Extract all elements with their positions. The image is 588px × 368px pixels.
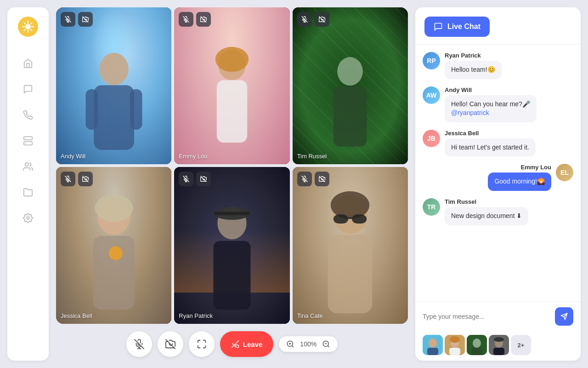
svg-rect-16 [94,85,134,150]
camera-btn-andy[interactable] [78,12,93,27]
people-icon [23,161,33,172]
svg-rect-81 [449,348,460,355]
svg-rect-18 [130,89,142,130]
send-button[interactable] [555,307,573,326]
svg-point-83 [473,339,481,348]
svg-rect-84 [471,348,482,355]
message-bubble-andy: Hello! Can you hear me?🎤 @ryanpatrick [445,95,537,122]
video-controls-jessica [61,172,93,186]
participant-thumb-4[interactable] [489,335,509,355]
phone-icon [23,110,33,120]
camera-btn-tina[interactable] [315,172,329,186]
svg-point-13 [25,163,28,166]
camera-off-icon-4 [82,176,89,182]
svg-point-0 [25,24,31,29]
mic-off-icon-3 [301,16,308,23]
mute-btn-emmy[interactable] [179,12,193,27]
chat-input-area [415,301,581,331]
participant-thumb-3[interactable] [467,335,487,355]
camera-off-icon-2 [200,16,207,23]
video-cell-tina: Tina Cate [293,167,408,324]
mute-btn-jessica[interactable] [61,172,75,186]
participant-avatar-3 [467,335,487,355]
more-participants-badge[interactable]: 2+ [511,335,531,355]
camera-off-main-icon [165,339,175,349]
message-row-ryan: RP Ryan Patrick Helloo team!😊 [423,52,573,79]
camera-off-icon [82,16,89,23]
camera-btn-emmy[interactable] [196,12,211,27]
message-row-tim: TR Tim Russel New design document ⬇ [423,198,573,225]
video-controls-tim [297,12,329,27]
fullscreen-button[interactable] [189,331,215,357]
sidebar-item-storage[interactable] [16,129,40,153]
folder-icon [23,187,33,197]
camera-off-icon-5 [200,176,207,182]
participant-thumb-2[interactable] [445,335,465,355]
message-content-tim: Tim Russel New design document ⬇ [445,198,528,225]
camera-off-icon-6 [319,176,325,182]
svg-line-7 [31,23,32,24]
mic-toggle-button[interactable] [126,331,152,357]
message-sender-jessica: Jessica Bell [445,130,536,137]
message-bubble-emmy: Good morning!🌄 [488,172,551,191]
person-silhouette-tim [313,39,388,164]
svg-line-65 [166,339,175,349]
message-row-jessica: JB Jessica Bell Hi team! Let's get start… [423,130,573,157]
camera-btn-jessica[interactable] [78,172,93,186]
svg-line-6 [31,29,32,31]
sidebar-item-chat[interactable] [16,77,40,101]
home-icon [23,58,33,69]
camera-btn-ryan[interactable] [196,172,211,186]
server-icon [23,136,33,146]
sidebar [7,7,49,361]
mute-btn-andy[interactable] [61,12,75,27]
mute-btn-tim[interactable] [297,12,312,27]
settings-icon [23,213,33,223]
camera-btn-tim[interactable] [315,12,329,27]
mute-btn-ryan[interactable] [179,172,193,186]
mute-btn-tina[interactable] [297,172,312,186]
svg-point-87 [494,337,504,342]
message-sender-andy: Andy Will [445,86,537,93]
mic-off-icon-4 [65,176,71,182]
message-sender-ryan: Ryan Patrick [445,52,502,59]
participant-avatar-4 [489,335,509,355]
svg-rect-46 [214,212,249,215]
fullscreen-icon [197,339,207,349]
leave-button[interactable]: Leave [220,331,274,357]
svg-rect-88 [493,348,504,355]
svg-point-24 [215,47,249,72]
phone-off-icon [231,340,239,348]
person-silhouette-ryan [192,190,272,324]
sidebar-item-home[interactable] [16,52,40,75]
message-sender-emmy: Emmy Lou [521,164,551,171]
sidebar-item-call[interactable] [16,103,40,127]
bottom-toolbar: Leave 100% [56,324,408,361]
participant-thumb-1[interactable] [423,335,443,355]
avatar-andy: AW [423,86,440,104]
chat-header: Live Chat [415,7,581,45]
svg-rect-31 [334,86,367,147]
svg-rect-47 [214,241,251,310]
live-chat-button[interactable]: Live Chat [424,17,490,37]
video-label-jessica: Jessica Bell [61,312,92,319]
message-input[interactable] [423,313,550,320]
message-bubble-tim: New design document ⬇ [445,207,528,225]
participant-avatar-1 [423,335,443,355]
participant-face-4 [489,335,509,355]
sidebar-item-people[interactable] [16,155,40,178]
svg-point-30 [338,57,363,86]
svg-point-14 [27,217,29,219]
video-controls-andy [61,12,93,27]
svg-point-15 [99,53,128,85]
sidebar-item-folder[interactable] [16,180,40,204]
video-label-tina: Tina Cate [297,312,323,319]
svg-line-67 [292,345,294,347]
zoom-in-icon [286,340,294,348]
message-content-jessica: Jessica Bell Hi team! Let's get started … [445,130,536,157]
camera-toggle-button[interactable] [158,331,183,357]
avatar-tim: TR [423,198,440,216]
video-cell-jessica: Jessica Bell [56,167,171,324]
svg-point-39 [108,246,122,260]
sidebar-item-settings[interactable] [16,206,40,230]
